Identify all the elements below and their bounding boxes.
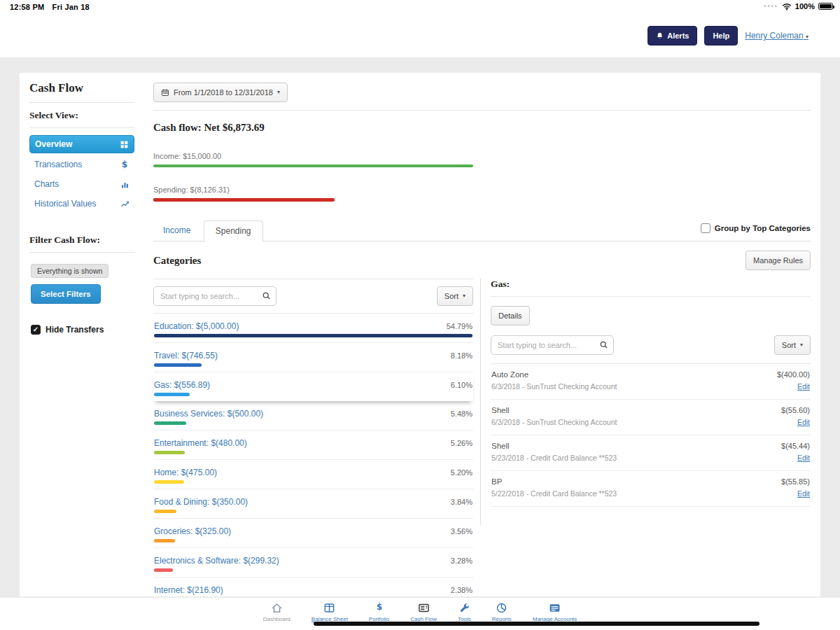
net-cash-flow: Cash flow: Net $6,873.69 <box>153 122 811 134</box>
category-link[interactable]: Education: $(5,000.00) <box>154 321 239 331</box>
tab-spending[interactable]: Spending <box>204 220 263 242</box>
sidebar-item-overview[interactable]: Overview <box>29 135 134 153</box>
category-row-electronics-software[interactable]: Electronics & Software: $(299.32)3.28% <box>153 548 473 578</box>
edit-link[interactable]: Edit <box>797 454 810 462</box>
category-sort-button[interactable]: Sort ▾ <box>437 286 473 306</box>
category-link[interactable]: Entertainment: $(480.00) <box>154 438 247 448</box>
manage-rules-button[interactable]: Manage Rules <box>746 251 811 270</box>
category-row-text: Travel: $(746.55)8.18% <box>154 351 472 360</box>
category-percent: 6.10% <box>451 381 472 389</box>
transaction-search-input[interactable] <box>491 335 614 355</box>
sidebar-item-transactions[interactable]: Transactions$ <box>29 156 134 173</box>
sidebar-item-label: Charts <box>34 179 59 189</box>
hide-transfers-toggle[interactable]: ✓ Hide Transfers <box>31 325 134 335</box>
categories-column: Sort ▾ Education: $(5,000.00)54.79%Trave… <box>153 279 473 596</box>
category-row-education[interactable]: Education: $(5,000.00)54.79% <box>153 314 473 343</box>
help-button-label: Help <box>713 31 729 40</box>
category-row-entertainment[interactable]: Entertainment: $(480.00)5.26% <box>153 430 473 460</box>
nav-item-portfolio[interactable]: $Portfolio <box>369 602 389 622</box>
sidebar: Cash Flow Select View: OverviewTransacti… <box>20 73 144 596</box>
nav-item-cash-flow[interactable]: Cash Flow <box>410 602 437 622</box>
category-bar <box>154 421 186 425</box>
category-row-text: Food & Dining: $(350.00)3.84% <box>154 497 472 507</box>
category-row-gas[interactable]: Gas: $(556.89)6.10% <box>153 372 473 401</box>
transaction-description: 5/23/2018 - Credit Card Balance **523 <box>491 454 617 462</box>
main-content: From 1/1/2018 to 12/31/2018 ▾ Cash flow:… <box>153 73 811 596</box>
home-indicator[interactable] <box>314 622 760 626</box>
sidebar-item-charts[interactable]: Charts <box>29 176 134 192</box>
income-bar <box>153 164 473 167</box>
select-view-heading: Select View: <box>29 110 134 121</box>
category-row-groceries[interactable]: Groceries: $(325.00)3.56% <box>153 519 473 548</box>
category-row-business-services[interactable]: Business Services: $(500.00)5.48% <box>153 401 473 430</box>
edit-link[interactable]: Edit <box>797 382 810 391</box>
group-by-checkbox[interactable] <box>701 223 710 233</box>
home-icon <box>271 602 283 614</box>
filter-status-badge: Everything is shown <box>31 264 108 278</box>
edit-link[interactable]: Edit <box>797 489 810 498</box>
transaction-amount-block: $(55.85)Edit <box>781 477 810 499</box>
nav-item-manage-accounts[interactable]: Manage Accounts <box>533 602 578 622</box>
transaction-row: Shell6/3/2018 - SunTrust Checking Accoun… <box>491 400 811 435</box>
category-link[interactable]: Internet: $(216.90) <box>154 585 223 595</box>
category-bar <box>154 334 472 337</box>
nav-item-reports[interactable]: Reports <box>492 602 512 622</box>
category-link[interactable]: Business Services: $(500.00) <box>154 409 263 419</box>
svg-text:$: $ <box>376 602 382 612</box>
transaction-search <box>491 335 614 355</box>
category-percent: 3.56% <box>451 527 472 536</box>
help-button[interactable]: Help <box>704 26 738 46</box>
category-percent: 2.38% <box>451 586 472 594</box>
status-bar: 12:58 PM Fri Jan 18 •••• 100% <box>0 0 840 15</box>
alerts-button-label: Alerts <box>667 31 689 40</box>
hide-transfers-checkbox[interactable]: ✓ <box>31 325 41 335</box>
page-background: Cash Flow Select View: OverviewTransacti… <box>0 57 840 630</box>
cellular-signal-icon: •••• <box>764 3 778 10</box>
group-by-top-categories-toggle[interactable]: Group by Top Categories <box>701 223 811 233</box>
category-bar <box>154 451 185 454</box>
category-link[interactable]: Food & Dining: $(350.00) <box>154 497 248 507</box>
category-row-travel[interactable]: Travel: $(746.55)8.18% <box>153 343 473 372</box>
sidebar-item-historical-values[interactable]: Historical Values <box>29 195 134 212</box>
line-chart-icon <box>120 200 130 209</box>
category-search-input[interactable] <box>153 286 276 306</box>
nav-item-dashboard[interactable]: Dashboard <box>263 602 290 622</box>
category-link[interactable]: Groceries: $(325.00) <box>154 526 231 536</box>
category-row-home[interactable]: Home: $(475.00)5.20% <box>153 460 473 489</box>
nav-item-balance-sheet[interactable]: Balance Sheet <box>312 602 348 622</box>
category-bar <box>154 539 175 542</box>
filter-heading: Filter Cash Flow: <box>29 234 134 246</box>
transaction-name: Shell <box>491 406 617 414</box>
status-time-date: 12:58 PM Fri Jan 18 <box>10 3 95 11</box>
dollar-icon: $ <box>374 602 384 614</box>
category-link[interactable]: Gas: $(556.89) <box>154 380 210 390</box>
spending-bar <box>153 198 335 202</box>
category-link[interactable]: Electronics & Software: $(299.32) <box>154 556 279 566</box>
category-link[interactable]: Travel: $(746.55) <box>154 351 218 360</box>
category-row-food-dining[interactable]: Food & Dining: $(350.00)3.84% <box>153 489 473 519</box>
search-icon <box>599 340 608 349</box>
category-link[interactable]: Home: $(475.00) <box>154 468 217 477</box>
transaction-amount: $(55.60) <box>781 406 810 414</box>
transaction-sort-button[interactable]: Sort ▾ <box>774 335 811 355</box>
sidebar-item-label: Historical Values <box>34 199 96 209</box>
status-time: 12:58 PM <box>10 3 44 11</box>
category-bar <box>154 510 176 513</box>
select-filters-button[interactable]: Select Filters <box>31 284 101 304</box>
edit-link[interactable]: Edit <box>797 418 810 426</box>
details-button[interactable]: Details <box>491 306 530 326</box>
tools-icon <box>458 602 470 614</box>
user-menu-label: Henry Coleman <box>745 31 803 41</box>
wifi-icon <box>782 3 792 10</box>
user-menu[interactable]: Henry Coleman ▾ <box>745 31 808 41</box>
hide-transfers-label: Hide Transfers <box>46 325 104 335</box>
category-row-internet[interactable]: Internet: $(216.90)2.38% <box>153 578 473 596</box>
category-row-text: Groceries: $(325.00)3.56% <box>154 526 472 536</box>
spending-label: Spending: $(8,126.31) <box>153 186 811 194</box>
alerts-button[interactable]: Alerts <box>648 26 697 46</box>
app-header: Alerts Help Henry Coleman ▾ <box>0 15 840 57</box>
tab-income[interactable]: Income <box>153 220 200 240</box>
nav-item-tools[interactable]: Tools <box>458 602 471 622</box>
date-range-button[interactable]: From 1/1/2018 to 12/31/2018 ▾ <box>153 83 288 102</box>
cash-flow-panel: Cash Flow Select View: OverviewTransacti… <box>20 73 820 596</box>
